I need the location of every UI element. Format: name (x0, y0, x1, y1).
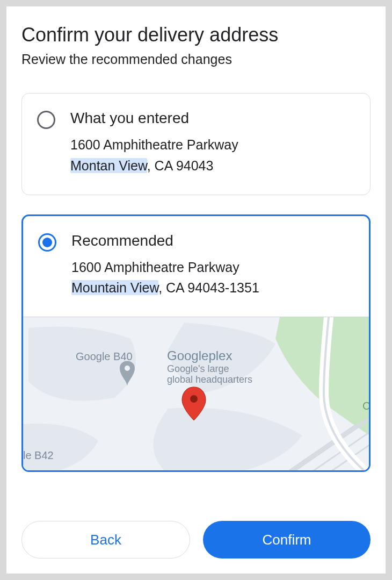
option-entered-label: What you entered (70, 110, 355, 127)
dialog-actions: Back Confirm (21, 510, 371, 558)
confirm-button[interactable]: Confirm (203, 521, 371, 558)
option-entered[interactable]: What you entered 1600 Amphitheatre Parkw… (21, 93, 371, 195)
dialog-title: Confirm your delivery address (21, 24, 371, 46)
map-label-b40: Google B40 (76, 350, 133, 362)
map-label-gplex-sub1: Google's large (167, 363, 229, 374)
option-recommended-label: Recommended (71, 232, 354, 249)
map-svg: Google B40 Googleplex Google's large glo… (23, 317, 369, 470)
dialog-subtitle: Review the recommended changes (21, 52, 371, 67)
map-label-c: C (362, 400, 369, 412)
entered-city-highlight: Montan View (70, 158, 147, 173)
confirm-address-dialog: Confirm your delivery address Review the… (6, 6, 386, 574)
entered-address-line1: 1600 Amphitheatre Parkway (70, 134, 355, 155)
option-recommended-body: Recommended 1600 Amphitheatre Parkway Mo… (71, 232, 354, 299)
radio-checked-icon[interactable] (38, 233, 56, 252)
map-preview: Google B40 Googleplex Google's large glo… (23, 317, 369, 470)
recommended-address-line1: 1600 Amphitheatre Parkway (71, 257, 354, 278)
option-recommended[interactable]: Recommended 1600 Amphitheatre Parkway Mo… (21, 214, 371, 472)
back-button[interactable]: Back (21, 521, 190, 558)
entered-rest: , CA 94043 (147, 158, 214, 173)
recommended-rest: , CA 94043-1351 (158, 280, 259, 295)
radio-unchecked-icon[interactable] (37, 111, 55, 129)
map-label-googleplex: Googleplex (167, 348, 232, 363)
map-label-gplex-sub2: global headquarters (167, 374, 252, 385)
option-entered-body: What you entered 1600 Amphitheatre Parkw… (70, 110, 355, 176)
svg-point-1 (125, 366, 130, 371)
recommended-city-highlight: Mountain View (71, 280, 158, 295)
svg-point-2 (190, 395, 198, 403)
entered-address-line2: Montan View, CA 94043 (70, 155, 355, 176)
map-label-b42: le B42 (23, 449, 54, 461)
recommended-address-line2: Mountain View, CA 94043-1351 (71, 277, 354, 298)
